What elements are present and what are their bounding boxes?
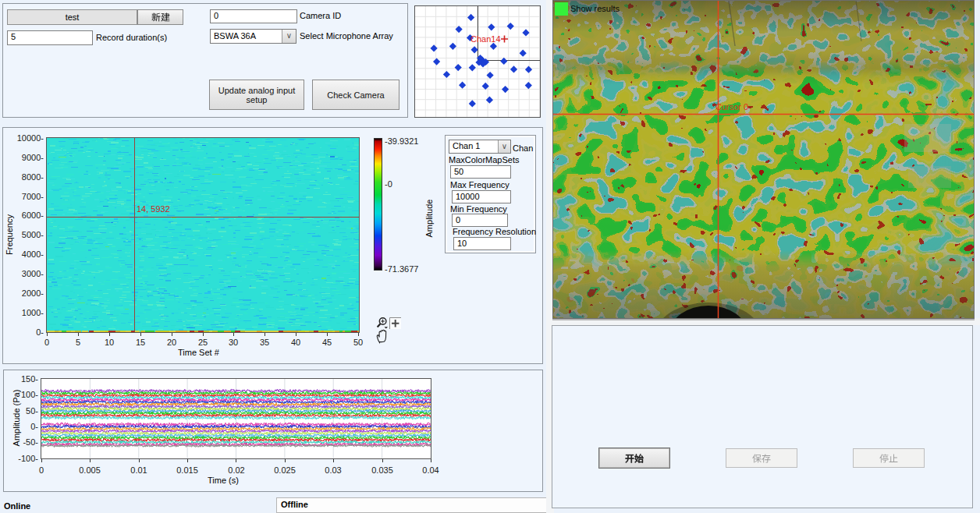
svg-text:Chan14: Chan14 [470, 34, 501, 44]
svg-text:Cursor 0: Cursor 0 [715, 102, 748, 111]
svg-text:14, 5932: 14, 5932 [137, 204, 170, 214]
svg-text:Show results: Show results [570, 4, 620, 13]
